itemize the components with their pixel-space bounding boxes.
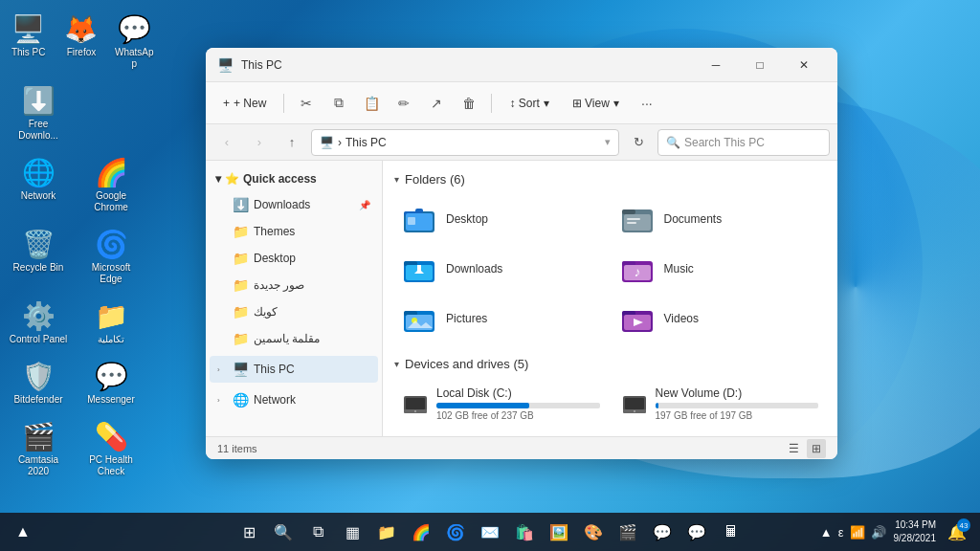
explorer-title-icon: 🖥️ — [217, 57, 234, 73]
wifi-icon[interactable]: 📶 — [848, 523, 867, 541]
up-button[interactable]: ↑ — [278, 129, 305, 156]
folder-item-desktop[interactable]: Desktop — [394, 196, 609, 242]
search-taskbar-button[interactable]: 🔍 — [268, 517, 299, 547]
chrome-taskbar-icon: 🌈 — [412, 523, 431, 541]
folders-section-header[interactable]: ▾ Folders (6) — [394, 172, 826, 187]
title-bar: 🖥️ This PC ─ □ ✕ — [206, 48, 837, 82]
tiles-view-button[interactable]: ⊞ — [807, 439, 826, 458]
svg-rect-14 — [417, 265, 421, 271]
volume-icon[interactable]: 🔊 — [869, 523, 888, 541]
svg-rect-29 — [406, 398, 425, 409]
desktop-icon-this-pc[interactable]: 🖥️ This PC — [4, 8, 53, 76]
desktop-icon-microsoft-edge[interactable]: 🌀 Microsoft Edge — [77, 223, 145, 291]
sidebar-item-arabic1[interactable]: 📁 صور جديدة — [210, 272, 378, 298]
chrome-taskbar[interactable]: 🌈 — [406, 517, 436, 547]
delete-button[interactable]: 🗑 — [455, 89, 483, 118]
calculator-taskbar[interactable]: 🖩 — [716, 517, 746, 547]
folder-item-downloads[interactable]: Downloads — [394, 246, 609, 292]
sidebar-item-themes[interactable]: 📁 Themes — [210, 218, 378, 245]
new-button[interactable]: + + New — [213, 89, 276, 118]
themes-label: Themes — [254, 225, 370, 238]
ps-taskbar[interactable]: 🎨 — [578, 517, 609, 547]
more-options-button[interactable]: ··· — [633, 89, 661, 118]
back-button[interactable]: ‹ — [213, 129, 240, 156]
copy-button[interactable]: ⧉ — [324, 89, 353, 118]
search-box[interactable]: 🔍 Search This PC — [657, 129, 830, 156]
main-area: ▾ ⭐ Quick access ⬇️ Downloads 📌 📁 Themes — [206, 161, 837, 436]
desktop-icon-camtasia[interactable]: 🎬 Camtasia 2020 — [4, 415, 73, 483]
search-placeholder: Search This PC — [684, 136, 765, 149]
desktop-icon-firefox[interactable]: 🦊 Firefox — [56, 8, 105, 76]
folder-item-videos[interactable]: Videos — [612, 296, 827, 342]
svg-rect-33 — [625, 398, 644, 409]
notification-button[interactable]: 🔔 43 — [942, 517, 972, 547]
store-taskbar[interactable]: 🛍️ — [509, 517, 540, 547]
folder-item-pictures[interactable]: Pictures — [394, 296, 609, 342]
rename-button[interactable]: ✏ — [390, 89, 418, 118]
camtasia-taskbar[interactable]: 🎬 — [612, 517, 643, 547]
mail-taskbar[interactable]: ✉️ — [475, 517, 505, 547]
desktop-icon-recycle-bin[interactable]: 🗑️ Recycle Bin — [4, 223, 73, 291]
whatsapp-taskbar[interactable]: 💬 — [681, 517, 712, 547]
themes-folder-icon: 📁 — [233, 224, 248, 239]
address-input[interactable]: 🖥️ › This PC ▾ — [311, 129, 619, 156]
arabic2-folder-icon: 📁 — [233, 304, 248, 320]
explorer-title: This PC — [241, 58, 694, 72]
music-folder-icon: ♪ — [620, 252, 655, 286]
sidebar-item-downloads[interactable]: ⬇️ Downloads 📌 — [210, 191, 378, 218]
share-button[interactable]: ↗ — [422, 89, 451, 118]
maximize-button[interactable]: □ — [738, 48, 782, 82]
sidebar-item-arabic2[interactable]: 📁 كويك — [210, 298, 378, 325]
desktop-icon-google-chrome[interactable]: 🌈 Google Chrome — [77, 151, 145, 219]
desktop-icon-whatsapp[interactable]: 💬 WhatsApp — [110, 8, 159, 76]
paste-button[interactable]: 📋 — [357, 89, 386, 118]
quick-access-header[interactable]: ▾ ⭐ Quick access — [210, 166, 378, 191]
desktop-icon-settings[interactable]: 📁 تكاملية — [77, 295, 145, 351]
quick-access-section: ▾ ⭐ Quick access ⬇️ Downloads 📌 📁 Themes — [206, 165, 382, 354]
forward-button[interactable]: › — [246, 129, 273, 156]
view-chevron-icon: ▾ — [613, 97, 619, 110]
desktop-icon-messenger[interactable]: 💬 Messenger — [77, 355, 145, 411]
edge-taskbar[interactable]: 🌀 — [440, 517, 471, 547]
drives-section-header[interactable]: ▾ Devices and drives (5) — [394, 357, 826, 371]
folder-item-documents[interactable]: Documents — [612, 196, 827, 242]
drive-d-size: 197 GB free of 197 GB — [656, 410, 819, 421]
downloads-pin-icon: 📌 — [359, 200, 370, 210]
sort-button[interactable]: ↕ Sort ▾ — [500, 89, 558, 118]
notification-area-left[interactable]: ▲ — [8, 517, 38, 547]
widgets-button[interactable]: ▦ — [337, 517, 368, 547]
desktop-icon-network[interactable]: 🌐 Network — [4, 151, 73, 219]
file-explorer-taskbar[interactable]: 📁 — [371, 517, 402, 547]
arabic2-label: كويك — [254, 305, 370, 319]
messenger-taskbar[interactable]: 💬 — [647, 517, 678, 547]
drive-item-d[interactable]: New Volume (D:) 197 GB free of 197 GB — [613, 381, 827, 427]
drive-d-icon — [621, 390, 648, 417]
task-view-button[interactable]: ⧉ — [302, 517, 333, 547]
this-pc-section: › 🖥️ This PC — [206, 354, 382, 385]
photos-taskbar[interactable]: 🖼️ — [544, 517, 574, 547]
drive-item-c[interactable]: Local Disk (C:) 102 GB free of 237 GB — [394, 381, 608, 427]
desktop-icon-bitdefender[interactable]: 🛡️ Bitdefender — [4, 355, 73, 411]
status-bar: 11 items ☰ ⊞ — [206, 436, 837, 459]
desktop-icon-free-download[interactable]: ⬇️ Free Downlo... — [4, 79, 73, 147]
start-button[interactable]: ⊞ — [234, 517, 264, 547]
minimize-button[interactable]: ─ — [694, 48, 738, 82]
folder-item-music[interactable]: ♪ Music — [612, 246, 827, 292]
list-view-button[interactable]: ☰ — [784, 439, 803, 458]
sidebar-item-network[interactable]: › 🌐 Network — [210, 386, 378, 413]
this-pc-icon: 🖥️ — [233, 362, 248, 377]
refresh-button[interactable]: ↻ — [625, 129, 652, 156]
desktop-icon-pc-health[interactable]: 💊 PC Health Check — [77, 415, 145, 483]
view-button[interactable]: ⊞ View ▾ — [563, 89, 629, 118]
desktop-icon-control-panel[interactable]: ⚙️ Control Panel — [4, 295, 73, 351]
expand-tray-icon[interactable]: ▲ — [818, 523, 835, 541]
sidebar-item-desktop[interactable]: 📁 Desktop — [210, 245, 378, 272]
sidebar-item-this-pc[interactable]: › 🖥️ This PC — [210, 356, 378, 383]
sidebar-item-arabic3[interactable]: 📁 مقلمة ياسمين — [210, 325, 378, 352]
cut-button[interactable]: ✂ — [292, 89, 321, 118]
clock[interactable]: 10:34 PM 9/28/2021 — [894, 518, 937, 545]
close-button[interactable]: ✕ — [782, 48, 826, 82]
photos-taskbar-icon: 🖼️ — [549, 523, 568, 541]
keyboard-icon[interactable]: ε — [836, 523, 846, 541]
arabic1-folder-icon: 📁 — [233, 277, 248, 293]
